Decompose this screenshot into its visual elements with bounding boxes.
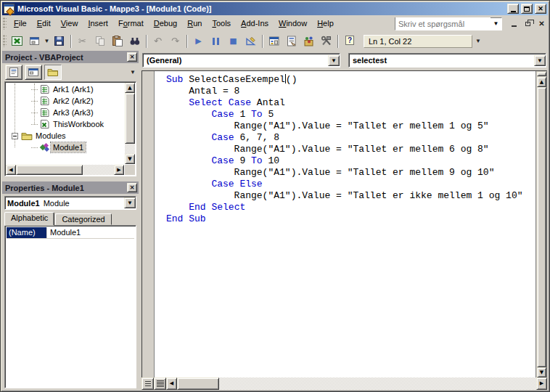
- object-browser-button[interactable]: [300, 33, 317, 49]
- scroll-down-arrow-icon[interactable]: ▼: [537, 367, 546, 377]
- scroll-left-arrow-icon[interactable]: ◀: [166, 377, 177, 390]
- view-code-button[interactable]: [5, 65, 22, 80]
- properties-panel-header[interactable]: Properties - Module1 ✕: [2, 181, 139, 194]
- code-line-6[interactable]: Case 6, 7, 8: [166, 132, 535, 144]
- toggle-folders-button[interactable]: [44, 65, 62, 80]
- procedure-dropdown-arrow-icon[interactable]: ▼: [534, 55, 546, 66]
- code-line-9[interactable]: Range("A1").Value = "Tallet er mellem 9 …: [166, 167, 535, 179]
- scroll-thumb[interactable]: [16, 165, 83, 175]
- properties-object-combo[interactable]: Module1 Module ▼: [4, 196, 136, 210]
- scroll-thumb[interactable]: [177, 377, 219, 390]
- toolbox-button[interactable]: [318, 33, 334, 49]
- mdi-minimize-button[interactable]: [509, 20, 519, 28]
- scroll-up-arrow-icon[interactable]: ▲: [125, 83, 135, 93]
- mdi-restore-button[interactable]: [523, 20, 533, 28]
- tree-item-modules[interactable]: Modules: [7, 130, 124, 142]
- view-microsoft-excel-button[interactable]: [9, 33, 25, 49]
- code-line-12[interactable]: End Select: [166, 202, 535, 213]
- toolbar-options-chevron-icon[interactable]: ▼: [475, 38, 481, 44]
- tab-categorized[interactable]: Categorized: [55, 213, 111, 225]
- scroll-right-arrow-icon[interactable]: ▶: [536, 377, 547, 390]
- scroll-down-arrow-icon[interactable]: ▼: [125, 154, 135, 164]
- mdi-close-button[interactable]: ✕: [537, 20, 546, 28]
- menu-item-tools[interactable]: Tools: [207, 17, 236, 30]
- properties-window-button[interactable]: [283, 33, 300, 49]
- project-explorer-button[interactable]: [266, 33, 282, 49]
- project-tree-vertical-scrollbar[interactable]: ▲ ▼: [125, 83, 135, 164]
- scroll-right-arrow-icon[interactable]: ▶: [114, 165, 124, 175]
- code-line-5[interactable]: Range("A1").Value = "Tallet er mellem 1 …: [166, 121, 535, 132]
- code-text[interactable]: Sub SelectCaseExempel() Antal = 8 Select…: [155, 74, 535, 377]
- split-handle[interactable]: [537, 72, 546, 76]
- menu-item-file[interactable]: File: [9, 17, 32, 30]
- object-dropdown-arrow-icon[interactable]: ▼: [328, 55, 340, 66]
- properties-panel-close-button[interactable]: ✕: [127, 183, 137, 192]
- menu-item-run[interactable]: Run: [182, 17, 207, 30]
- excel-icon: [12, 36, 23, 46]
- tree-expander-minus-icon[interactable]: [12, 133, 18, 139]
- menu-item-format[interactable]: Format: [113, 17, 149, 30]
- minimize-button[interactable]: [507, 4, 519, 14]
- design-mode-button[interactable]: [242, 33, 259, 49]
- tree-connector: [31, 89, 38, 90]
- code-line-11[interactable]: Range("A1").Value = "Tallet er ikke mell…: [166, 190, 535, 202]
- tab-alphabetic[interactable]: Alphabetic: [4, 212, 54, 226]
- break-button[interactable]: [208, 33, 224, 49]
- maximize-button[interactable]: [521, 4, 533, 14]
- procedure-dropdown[interactable]: selectest ▼: [348, 53, 546, 68]
- code-line-3[interactable]: Select Case Antal: [166, 97, 535, 109]
- property-row[interactable]: (Name)Module1: [7, 227, 134, 239]
- property-name[interactable]: (Name): [7, 227, 47, 238]
- toolbar-gripper[interactable]: [3, 35, 7, 47]
- tree-item-module1[interactable]: Module1: [7, 142, 124, 153]
- help-button[interactable]: ?: [341, 33, 358, 49]
- insert-userform-button[interactable]: [26, 33, 43, 49]
- code-vertical-scrollbar[interactable]: ▲ ▼: [535, 71, 546, 377]
- scroll-thumb[interactable]: [537, 87, 546, 367]
- tree-item-ark3-ark3[interactable]: Ark3 (Ark3): [7, 107, 124, 118]
- question-input[interactable]: [395, 17, 491, 30]
- paste-button[interactable]: [109, 33, 126, 49]
- save-button[interactable]: [51, 33, 67, 49]
- code-line-4[interactable]: Case 1 To 5: [166, 109, 535, 121]
- close-button[interactable]: ✕: [535, 4, 546, 14]
- code-editor[interactable]: Sub SelectCaseExempel() Antal = 8 Select…: [141, 70, 547, 377]
- menu-item-edit[interactable]: Edit: [32, 17, 56, 30]
- full-module-view-button[interactable]: [154, 377, 166, 390]
- menu-item-add-ins[interactable]: Add-Ins: [236, 17, 274, 30]
- object-combo-arrow-icon[interactable]: ▼: [124, 197, 136, 208]
- run-sub-button[interactable]: ▶: [190, 33, 207, 49]
- tree-item-ark2-ark2[interactable]: Ark2 (Ark2): [7, 95, 124, 107]
- scroll-up-arrow-icon[interactable]: ▲: [537, 77, 546, 87]
- insert-userform-dropdown-arrow-icon[interactable]: ▼: [44, 38, 50, 44]
- find-button[interactable]: [126, 33, 143, 49]
- project-panel-header[interactable]: Project - VBAProject ✕: [2, 51, 139, 63]
- tree-item-thisworkbook[interactable]: ThisWorkbook: [7, 118, 124, 130]
- property-value[interactable]: Module1: [47, 227, 134, 238]
- code-line-1[interactable]: Sub SelectCaseExempel(): [166, 74, 535, 86]
- menu-bar-gripper[interactable]: [3, 17, 7, 30]
- scroll-thumb[interactable]: [125, 93, 135, 144]
- object-dropdown[interactable]: (General) ▼: [142, 53, 340, 68]
- code-horizontal-scrollbar[interactable]: ◀ ▶: [166, 377, 547, 390]
- menu-item-window[interactable]: Window: [274, 17, 312, 30]
- project-toolbar-chevron-icon[interactable]: ▼: [130, 69, 136, 75]
- menu-item-view[interactable]: View: [56, 17, 83, 30]
- project-tree-horizontal-scrollbar[interactable]: ◀ ▶: [6, 165, 124, 175]
- procedure-view-button[interactable]: [141, 377, 154, 390]
- menu-item-help[interactable]: Help: [312, 17, 339, 30]
- code-line-10[interactable]: Case Else: [166, 179, 535, 190]
- code-line-7[interactable]: Range("A1").Value = "Tallet er mellem 6 …: [166, 144, 535, 155]
- reset-button[interactable]: ■: [225, 33, 242, 49]
- code-margin-indicator-bar[interactable]: [142, 71, 155, 377]
- view-object-button[interactable]: [25, 65, 42, 80]
- scroll-left-arrow-icon[interactable]: ◀: [6, 165, 16, 175]
- menu-item-debug[interactable]: Debug: [149, 17, 182, 30]
- project-panel-close-button[interactable]: ✕: [127, 52, 137, 62]
- menu-item-insert[interactable]: Insert: [83, 17, 113, 30]
- tree-item-ark1-ark1[interactable]: Ark1 (Ark1): [7, 83, 124, 95]
- question-dropdown-arrow-icon[interactable]: ▼: [491, 18, 501, 30]
- code-line-13[interactable]: End Sub: [166, 213, 535, 225]
- code-line-2[interactable]: Antal = 8: [166, 86, 535, 97]
- code-line-8[interactable]: Case 9 To 10: [166, 155, 535, 167]
